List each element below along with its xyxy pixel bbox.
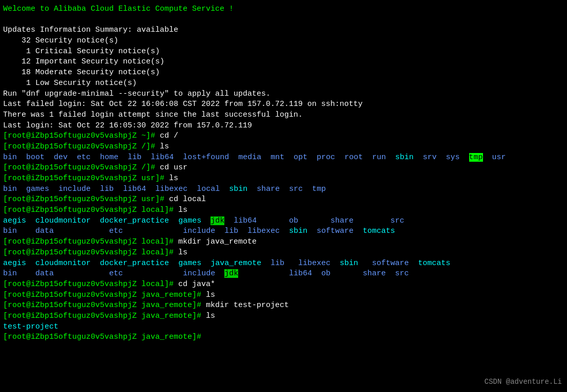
cmd-mkdir-java-remote: [root@iZbp15oftuguz0v5vashpjZ local]# mk… (3, 237, 564, 248)
cmd-ls-usr: [root@iZbp15oftuguz0v5vashpjZ usr]# ls (3, 173, 564, 184)
last-failed-login: Last failed login: Sat Oct 22 16:06:08 C… (3, 99, 564, 110)
low-notice: 1 Low Security notice(s) (3, 78, 564, 89)
updates-summary: Updates Information Summary: available (3, 25, 564, 36)
moderate-notice: 18 Moderate Security notice(s) (3, 68, 564, 78)
security-notices: 32 Security notice(s) (3, 36, 564, 47)
ls-root-output: bin boot dev etc home lib lib64 lost+fou… (3, 153, 564, 163)
final-prompt: [root@iZbp15oftuguz0v5vashpjZ java_remot… (3, 332, 564, 343)
cmd-cd-local: [root@iZbp15oftuguz0v5vashpjZ usr]# cd l… (3, 194, 564, 205)
ls-local-output-4: bin data etc include jdk lib64 ob share … (3, 269, 564, 279)
cmd-ls-root: [root@iZbp15oftuguz0v5vashpjZ /]# ls (3, 142, 564, 153)
cmd-mkdir-test-project: [root@iZbp15oftuguz0v5vashpjZ java_remot… (3, 300, 564, 311)
cmd-cd-java: [root@iZbp15oftuguz0v5vashpjZ local]# cd… (3, 279, 564, 290)
failed-attempt: There was 1 failed login attempt since t… (3, 110, 564, 121)
terminal[interactable]: Welcome to Alibaba Cloud Elastic Compute… (0, 0, 567, 392)
watermark: CSDN @adventure.Li (485, 377, 562, 387)
ls-usr-output: bin games include lib lib64 libexec loca… (3, 184, 564, 195)
cmd-cd-root: [root@iZbp15oftuguz0v5vashpjZ ~]# cd / (3, 131, 564, 142)
cmd-ls-local: [root@iZbp15oftuguz0v5vashpjZ local]# ls (3, 205, 564, 216)
ls-test-project-output: test-project (3, 322, 564, 333)
ls-local-output-1: aegis cloudmonitor docker_practice games… (3, 216, 564, 227)
cmd-cd-usr: [root@iZbp15oftuguz0v5vashpjZ /]# cd usr (3, 163, 564, 173)
ls-local-output-3: aegis cloudmonitor docker_practice games… (3, 258, 564, 269)
important-notice: 12 Important Security notice(s) (3, 57, 564, 68)
cmd-ls-java-remote: [root@iZbp15oftuguz0v5vashpjZ java_remot… (3, 290, 564, 301)
cmd-ls-test-project: [root@iZbp15oftuguz0v5vashpjZ java_remot… (3, 311, 564, 322)
ls-local-output-2: bin data etc include lib libexec sbin so… (3, 226, 564, 237)
blank-line-1 (3, 15, 564, 26)
critical-notice: 1 Critical Security notice(s) (3, 47, 564, 57)
cmd-ls-after-mkdir: [root@iZbp15oftuguz0v5vashpjZ local]# ls (3, 248, 564, 258)
last-login: Last login: Sat Oct 22 16:05:30 2022 fro… (3, 121, 564, 132)
welcome-line: Welcome to Alibaba Cloud Elastic Compute… (3, 4, 564, 15)
run-dnf: Run "dnf upgrade-minimal --security" to … (3, 89, 564, 100)
